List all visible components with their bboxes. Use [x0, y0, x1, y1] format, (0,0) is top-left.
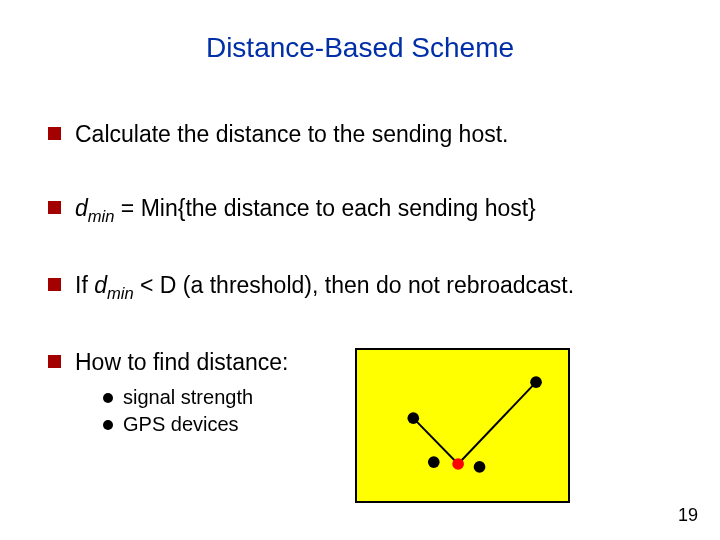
- var-sub-min: min: [107, 284, 134, 303]
- square-bullet-icon: [48, 278, 61, 291]
- diagram-node: [530, 376, 542, 388]
- slide: Distance-Based Scheme Calculate the dist…: [0, 0, 720, 540]
- sub-bullet-text: GPS devices: [123, 411, 239, 438]
- var-d: d: [94, 272, 107, 298]
- bullet-text: dmin = Min{the distance to each sending …: [75, 194, 672, 227]
- square-bullet-icon: [48, 201, 61, 214]
- square-bullet-icon: [48, 127, 61, 140]
- sub-bullet-text: signal strength: [123, 384, 253, 411]
- bullet-text-rest: = Min{the distance to each sending host}: [114, 195, 535, 221]
- bullet-text-main: How to find distance:: [75, 349, 289, 375]
- diagram-svg: [357, 350, 568, 501]
- diagram-node: [407, 412, 419, 424]
- diagram-node: [428, 456, 440, 468]
- dot-bullet-icon: [103, 420, 113, 430]
- diagram-node: [452, 458, 464, 470]
- slide-title: Distance-Based Scheme: [0, 32, 720, 64]
- var-sub-min: min: [88, 206, 115, 225]
- bullet-item: If dmin < D (a threshold), then do not r…: [48, 271, 672, 304]
- dot-bullet-icon: [103, 393, 113, 403]
- var-d: d: [75, 195, 88, 221]
- bullet-text-pre: If: [75, 272, 94, 298]
- network-diagram: [355, 348, 570, 503]
- bullet-text: Calculate the distance to the sending ho…: [75, 120, 672, 150]
- bullet-text-rest: < D (a threshold), then do not rebroadca…: [134, 272, 574, 298]
- square-bullet-icon: [48, 355, 61, 368]
- page-number: 19: [678, 505, 698, 526]
- diagram-edge: [458, 382, 536, 464]
- bullet-text: If dmin < D (a threshold), then do not r…: [75, 271, 672, 304]
- bullet-item: Calculate the distance to the sending ho…: [48, 120, 672, 150]
- bullet-item: dmin = Min{the distance to each sending …: [48, 194, 672, 227]
- diagram-node: [474, 461, 486, 473]
